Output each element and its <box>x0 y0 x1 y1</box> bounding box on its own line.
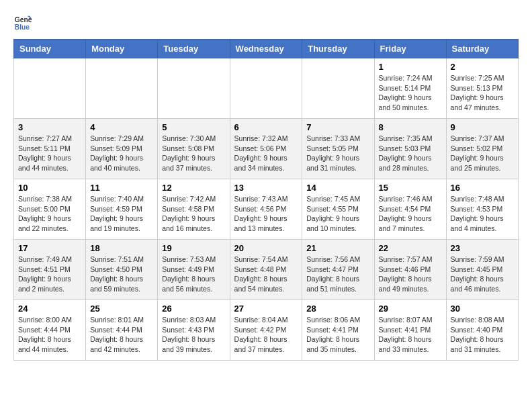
calendar-cell <box>302 58 374 119</box>
calendar-cell: 15Sunrise: 7:46 AM Sunset: 4:54 PM Dayli… <box>374 179 446 240</box>
svg-text:Blue: Blue <box>15 24 30 31</box>
day-number: 15 <box>379 183 442 193</box>
day-info: Sunrise: 8:08 AM Sunset: 4:40 PM Dayligh… <box>451 315 514 355</box>
calendar-cell: 20Sunrise: 7:54 AM Sunset: 4:48 PM Dayli… <box>230 240 302 300</box>
calendar-cell: 25Sunrise: 8:01 AM Sunset: 4:44 PM Dayli… <box>86 300 158 361</box>
day-number: 29 <box>379 304 442 314</box>
calendar-cell <box>14 58 86 119</box>
calendar-cell: 1Sunrise: 7:24 AM Sunset: 5:14 PM Daylig… <box>374 58 446 119</box>
day-info: Sunrise: 7:30 AM Sunset: 5:08 PM Dayligh… <box>162 134 225 173</box>
day-info: Sunrise: 8:03 AM Sunset: 4:43 PM Dayligh… <box>162 315 225 355</box>
calendar-cell: 19Sunrise: 7:53 AM Sunset: 4:49 PM Dayli… <box>158 240 230 300</box>
day-info: Sunrise: 7:33 AM Sunset: 5:05 PM Dayligh… <box>306 134 369 173</box>
calendar-cell: 27Sunrise: 8:04 AM Sunset: 4:42 PM Dayli… <box>230 300 302 361</box>
day-number: 8 <box>379 122 442 132</box>
day-number: 10 <box>18 183 81 193</box>
day-number: 5 <box>162 122 225 132</box>
day-number: 25 <box>90 304 153 314</box>
calendar-cell: 16Sunrise: 7:48 AM Sunset: 4:53 PM Dayli… <box>446 179 518 240</box>
calendar-cell: 12Sunrise: 7:42 AM Sunset: 4:58 PM Dayli… <box>158 179 230 240</box>
calendar-cell: 13Sunrise: 7:43 AM Sunset: 4:56 PM Dayli… <box>230 179 302 240</box>
day-number: 3 <box>18 122 81 132</box>
calendar-cell: 23Sunrise: 7:59 AM Sunset: 4:45 PM Dayli… <box>446 240 518 300</box>
weekday-header-row: SundayMondayTuesdayWednesdayThursdayFrid… <box>14 40 519 58</box>
weekday-header-friday: Friday <box>374 40 446 58</box>
day-number: 7 <box>306 122 369 132</box>
day-info: Sunrise: 7:37 AM Sunset: 5:02 PM Dayligh… <box>451 134 514 173</box>
calendar-cell: 7Sunrise: 7:33 AM Sunset: 5:05 PM Daylig… <box>302 119 374 179</box>
day-info: Sunrise: 7:51 AM Sunset: 4:50 PM Dayligh… <box>90 255 153 294</box>
page-header: General Blue <box>13 13 519 32</box>
calendar-cell: 29Sunrise: 8:07 AM Sunset: 4:41 PM Dayli… <box>374 300 446 361</box>
day-number: 4 <box>90 122 153 132</box>
day-info: Sunrise: 7:49 AM Sunset: 4:51 PM Dayligh… <box>18 255 81 294</box>
day-info: Sunrise: 7:54 AM Sunset: 4:48 PM Dayligh… <box>234 255 298 294</box>
day-info: Sunrise: 8:06 AM Sunset: 4:41 PM Dayligh… <box>306 315 369 355</box>
week-row-2: 3Sunrise: 7:27 AM Sunset: 5:11 PM Daylig… <box>14 119 519 179</box>
weekday-header-monday: Monday <box>86 40 158 58</box>
calendar-cell: 22Sunrise: 7:57 AM Sunset: 4:46 PM Dayli… <box>374 240 446 300</box>
weekday-header-tuesday: Tuesday <box>158 40 230 58</box>
day-info: Sunrise: 7:27 AM Sunset: 5:11 PM Dayligh… <box>18 134 81 173</box>
week-row-5: 24Sunrise: 8:00 AM Sunset: 4:44 PM Dayli… <box>14 300 519 361</box>
weekday-header-saturday: Saturday <box>446 40 518 58</box>
day-number: 28 <box>306 304 369 314</box>
day-number: 20 <box>234 243 298 253</box>
calendar-cell: 26Sunrise: 8:03 AM Sunset: 4:43 PM Dayli… <box>158 300 230 361</box>
calendar-cell: 3Sunrise: 7:27 AM Sunset: 5:11 PM Daylig… <box>14 119 86 179</box>
weekday-header-thursday: Thursday <box>302 40 374 58</box>
week-row-3: 10Sunrise: 7:38 AM Sunset: 5:00 PM Dayli… <box>14 179 519 240</box>
day-info: Sunrise: 8:00 AM Sunset: 4:44 PM Dayligh… <box>18 315 81 355</box>
week-row-1: 1Sunrise: 7:24 AM Sunset: 5:14 PM Daylig… <box>14 58 519 119</box>
calendar-cell: 24Sunrise: 8:00 AM Sunset: 4:44 PM Dayli… <box>14 300 86 361</box>
day-info: Sunrise: 7:56 AM Sunset: 4:47 PM Dayligh… <box>306 255 369 294</box>
day-number: 1 <box>379 62 442 72</box>
week-row-4: 17Sunrise: 7:49 AM Sunset: 4:51 PM Dayli… <box>14 240 519 300</box>
day-info: Sunrise: 8:04 AM Sunset: 4:42 PM Dayligh… <box>234 315 298 355</box>
day-info: Sunrise: 7:32 AM Sunset: 5:06 PM Dayligh… <box>234 134 298 173</box>
day-info: Sunrise: 7:59 AM Sunset: 4:45 PM Dayligh… <box>451 255 514 294</box>
day-info: Sunrise: 8:01 AM Sunset: 4:44 PM Dayligh… <box>90 315 153 355</box>
calendar-cell: 17Sunrise: 7:49 AM Sunset: 4:51 PM Dayli… <box>14 240 86 300</box>
day-number: 12 <box>162 183 225 193</box>
day-number: 26 <box>162 304 225 314</box>
day-number: 30 <box>451 304 514 314</box>
weekday-header-wednesday: Wednesday <box>230 40 302 58</box>
day-number: 17 <box>18 243 81 253</box>
calendar-cell: 21Sunrise: 7:56 AM Sunset: 4:47 PM Dayli… <box>302 240 374 300</box>
day-info: Sunrise: 7:40 AM Sunset: 4:59 PM Dayligh… <box>90 194 153 234</box>
day-info: Sunrise: 7:43 AM Sunset: 4:56 PM Dayligh… <box>234 194 298 234</box>
calendar-cell: 14Sunrise: 7:45 AM Sunset: 4:55 PM Dayli… <box>302 179 374 240</box>
calendar-cell: 30Sunrise: 8:08 AM Sunset: 4:40 PM Dayli… <box>446 300 518 361</box>
calendar-cell: 6Sunrise: 7:32 AM Sunset: 5:06 PM Daylig… <box>230 119 302 179</box>
day-info: Sunrise: 8:07 AM Sunset: 4:41 PM Dayligh… <box>379 315 442 355</box>
calendar-cell: 28Sunrise: 8:06 AM Sunset: 4:41 PM Dayli… <box>302 300 374 361</box>
day-info: Sunrise: 7:38 AM Sunset: 5:00 PM Dayligh… <box>18 194 81 234</box>
calendar-cell: 9Sunrise: 7:37 AM Sunset: 5:02 PM Daylig… <box>446 119 518 179</box>
calendar-table: SundayMondayTuesdayWednesdayThursdayFrid… <box>13 39 519 361</box>
calendar-cell: 18Sunrise: 7:51 AM Sunset: 4:50 PM Dayli… <box>86 240 158 300</box>
calendar-cell <box>230 58 302 119</box>
day-number: 27 <box>234 304 298 314</box>
weekday-header-sunday: Sunday <box>14 40 86 58</box>
day-number: 19 <box>162 243 225 253</box>
day-number: 9 <box>451 122 514 132</box>
day-number: 23 <box>451 243 514 253</box>
calendar-cell: 11Sunrise: 7:40 AM Sunset: 4:59 PM Dayli… <box>86 179 158 240</box>
day-number: 13 <box>234 183 298 193</box>
calendar-cell <box>86 58 158 119</box>
logo: General Blue <box>13 13 35 32</box>
day-info: Sunrise: 7:45 AM Sunset: 4:55 PM Dayligh… <box>306 194 369 234</box>
day-number: 24 <box>18 304 81 314</box>
day-info: Sunrise: 7:57 AM Sunset: 4:46 PM Dayligh… <box>379 255 442 294</box>
day-info: Sunrise: 7:42 AM Sunset: 4:58 PM Dayligh… <box>162 194 225 234</box>
day-info: Sunrise: 7:24 AM Sunset: 5:14 PM Dayligh… <box>379 73 442 113</box>
calendar-cell: 10Sunrise: 7:38 AM Sunset: 5:00 PM Dayli… <box>14 179 86 240</box>
day-number: 11 <box>90 183 153 193</box>
calendar-cell: 4Sunrise: 7:29 AM Sunset: 5:09 PM Daylig… <box>86 119 158 179</box>
calendar-cell: 8Sunrise: 7:35 AM Sunset: 5:03 PM Daylig… <box>374 119 446 179</box>
day-number: 2 <box>451 62 514 72</box>
calendar-cell: 5Sunrise: 7:30 AM Sunset: 5:08 PM Daylig… <box>158 119 230 179</box>
day-number: 18 <box>90 243 153 253</box>
day-number: 16 <box>451 183 514 193</box>
